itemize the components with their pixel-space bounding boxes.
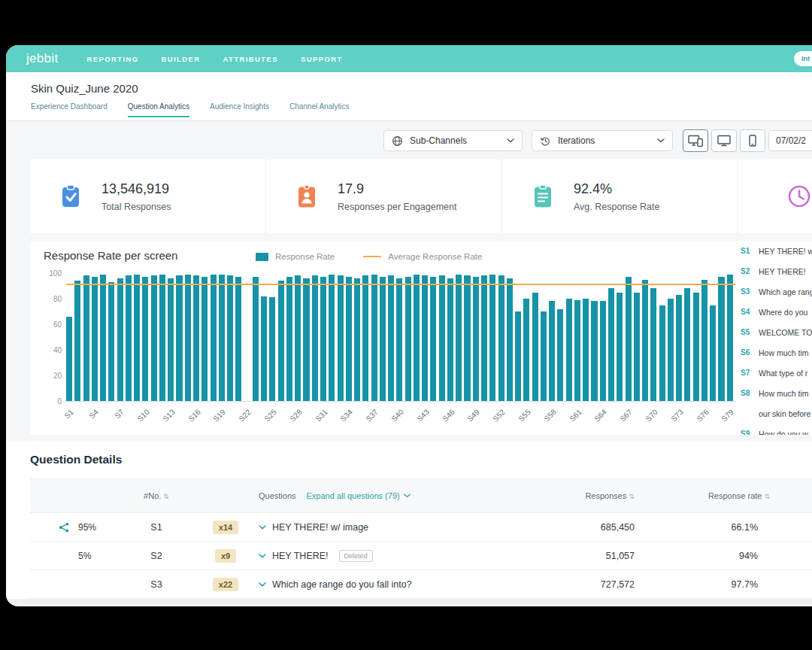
sort-icon: #No. bbox=[144, 491, 169, 500]
count-badge: x9 bbox=[215, 549, 236, 563]
bar bbox=[727, 275, 733, 401]
legend-label: Average Response Rate bbox=[388, 252, 482, 261]
desktop-and-mobile-button[interactable] bbox=[683, 129, 708, 152]
bar bbox=[617, 293, 623, 402]
screen-list-item[interactable]: S5 WELCOME TO S bbox=[741, 322, 812, 342]
screen-list: S1 HEY THERE! w/ S2 HEY THERE! S3 Which … bbox=[741, 241, 812, 435]
screen-list-item[interactable]: S1 HEY THERE! w/ bbox=[741, 241, 812, 261]
bar bbox=[456, 275, 462, 401]
nav-menu-item[interactable]: REPORTING bbox=[86, 55, 138, 63]
screen-list-item[interactable]: S9 How do you w bbox=[741, 424, 812, 435]
stat-card-total-responses: 13,546,919 Total Responses bbox=[30, 159, 265, 233]
bar bbox=[261, 296, 267, 401]
bar bbox=[489, 275, 495, 401]
share-icon[interactable] bbox=[59, 522, 69, 533]
iterations-dropdown[interactable]: Iterations bbox=[532, 130, 673, 151]
screen-id: S8 bbox=[741, 389, 754, 397]
screen-list-item[interactable]: S4 Where do you bbox=[741, 302, 812, 322]
y-tick-label: 80 bbox=[35, 295, 62, 303]
bar bbox=[320, 277, 326, 401]
screen-list-item[interactable]: S3 Which age rang bbox=[741, 281, 812, 302]
chevron-down-icon bbox=[507, 138, 514, 143]
question-text: Which age range do you fall into? bbox=[272, 579, 412, 590]
table-body: 95% S1 x14 HEY THERE! w/ image 685,450 6… bbox=[30, 513, 812, 599]
tab[interactable]: Question Analytics bbox=[128, 102, 189, 117]
chart-card: Response Rate per screen Response Rate A… bbox=[30, 241, 812, 435]
y-tick-label: 0 bbox=[35, 397, 62, 405]
nav-menu-item[interactable]: SUPPORT bbox=[301, 55, 343, 63]
bar bbox=[159, 275, 165, 401]
subchannels-dropdown[interactable]: Sub-Channels bbox=[383, 130, 523, 151]
nav-menu-item[interactable]: ATTRIBUTES bbox=[223, 55, 278, 63]
stat-label: Avg. Response Rate bbox=[574, 202, 659, 212]
nav-menu-item[interactable]: BUILDER bbox=[162, 55, 201, 63]
screen-title: Which age rang bbox=[759, 287, 812, 296]
bar bbox=[447, 278, 453, 401]
bar bbox=[405, 277, 411, 401]
screen-list-item[interactable]: S6 How much tim bbox=[741, 342, 812, 363]
screen-list-item[interactable]: our skin before bbox=[741, 403, 812, 424]
tab-bar: Experience Dashboard Question Analytics … bbox=[31, 102, 812, 117]
bar bbox=[380, 277, 386, 401]
table-row[interactable]: 5% S2 x9 HEY THERE! Deleted 51,057 94% bbox=[30, 542, 812, 570]
bar bbox=[100, 275, 106, 401]
bar bbox=[211, 275, 217, 401]
response-rate-value: 66.1% bbox=[635, 522, 770, 533]
bar bbox=[557, 309, 563, 401]
chart-title: Response Rate per screen bbox=[44, 249, 177, 262]
screen-id: S6 bbox=[741, 348, 754, 357]
screen-title: HEY THERE! bbox=[759, 267, 806, 276]
table-row[interactable]: 95% S1 x14 HEY THERE! w/ image 685,450 6… bbox=[30, 513, 812, 542]
expand-all-questions-link[interactable]: Expand all questions (79) bbox=[307, 491, 411, 500]
chevron-down-icon[interactable] bbox=[259, 582, 266, 587]
sort-icon: Response rate bbox=[708, 491, 770, 500]
bar bbox=[642, 280, 648, 402]
bar bbox=[634, 293, 640, 402]
bar bbox=[718, 277, 724, 401]
column-avg[interactable]: Avg. bbox=[770, 491, 812, 500]
y-tick-label: 40 bbox=[35, 346, 62, 354]
jebbit-logo: jebbit bbox=[26, 51, 58, 66]
count-badge: x22 bbox=[213, 578, 238, 591]
column-questions: Questions bbox=[259, 491, 296, 500]
chevron-down-icon[interactable] bbox=[259, 554, 266, 558]
sort-icon: Responses bbox=[585, 491, 635, 500]
screen-list-item[interactable]: S8 How much tim bbox=[741, 383, 812, 403]
bar bbox=[303, 278, 309, 401]
bar bbox=[541, 311, 547, 401]
screen-title: our skin before bbox=[759, 409, 810, 418]
bar bbox=[295, 275, 301, 401]
tab[interactable]: Experience Dashboard bbox=[31, 102, 108, 117]
column-responses[interactable]: Responses bbox=[507, 491, 635, 500]
tab[interactable]: Channel Analytics bbox=[289, 102, 350, 117]
screen-title: HEY THERE! w/ bbox=[759, 247, 812, 256]
question-details-heading: Question Details bbox=[30, 453, 812, 466]
screen-id: S1 bbox=[741, 247, 754, 255]
stat-value: 92.4% bbox=[574, 181, 659, 197]
chevron-down-icon[interactable] bbox=[259, 525, 266, 530]
variant-split: 5% bbox=[72, 551, 120, 561]
screen-list-item[interactable]: S7 What type of r bbox=[741, 363, 812, 383]
desktop-only-button[interactable] bbox=[711, 129, 737, 152]
column-no[interactable]: #No. bbox=[120, 491, 192, 500]
history-icon bbox=[540, 135, 551, 147]
table-row[interactable]: S3 x22 Which age range do you fall into?… bbox=[30, 570, 812, 599]
bar bbox=[201, 277, 208, 401]
question-table: #No. Questions Expand all questions (79)… bbox=[30, 478, 812, 599]
window-footer bbox=[6, 599, 812, 605]
column-response-rate[interactable]: Response rate bbox=[635, 491, 770, 500]
nav-cta-button[interactable]: Int bbox=[794, 51, 812, 66]
date-picker[interactable]: 07/02/2 bbox=[768, 130, 812, 151]
id-badge-icon bbox=[294, 184, 320, 209]
legend-response-rate: Response Rate bbox=[256, 252, 335, 261]
stat-card-responses-per-engagement: 17.9 Responses per Engagement bbox=[266, 159, 501, 233]
screen-list-item[interactable]: S2 HEY THERE! bbox=[741, 261, 812, 281]
mobile-only-button[interactable] bbox=[740, 129, 765, 152]
screen-number: S2 bbox=[120, 551, 192, 561]
bar bbox=[430, 277, 436, 401]
bar bbox=[396, 278, 402, 401]
responses-value: 727,572 bbox=[507, 579, 635, 590]
bar bbox=[481, 275, 487, 401]
bar bbox=[668, 299, 674, 401]
tab[interactable]: Audience Insights bbox=[210, 102, 269, 117]
